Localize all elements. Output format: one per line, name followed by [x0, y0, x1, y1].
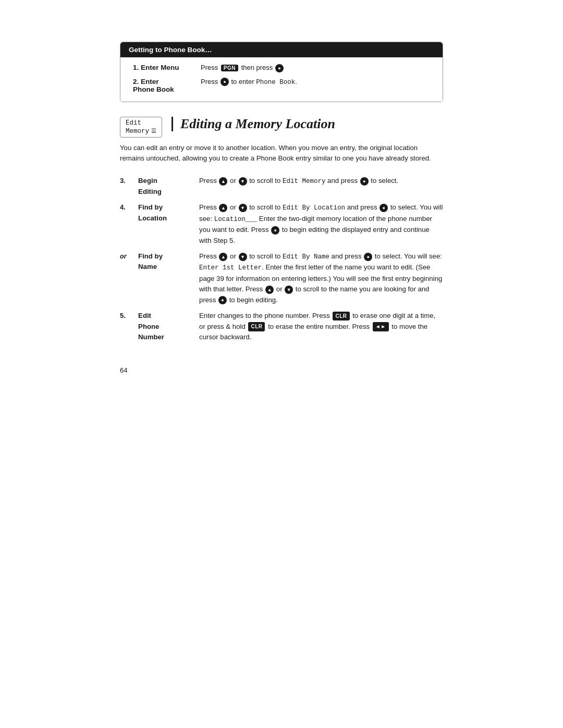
content-area: Getting to Phone Book… 1. Enter Menu Pre…: [120, 42, 443, 374]
up-btn-4a: ▲: [219, 204, 227, 212]
down-btn-4a: ▼: [239, 204, 247, 212]
step-5-desc: Enter changes to the phone number. Press…: [199, 308, 443, 345]
section-intro: You can edit an entry or move it to anot…: [120, 143, 443, 164]
step-or-num: or: [120, 249, 138, 308]
display-box-line1: Edit: [126, 119, 156, 127]
step-4-desc: Press ▲ or ▼ to scroll to Edit By Locati…: [199, 200, 443, 249]
step-2-row: 2. EnterPhone Book Press ● to enter Phon…: [133, 78, 430, 93]
down-btn-or-b: ▼: [285, 286, 293, 294]
back-arrow-icon-5: ◄►: [373, 322, 389, 331]
select-btn-4: ●: [380, 204, 388, 212]
section-title: Editing a Memory Location: [180, 117, 443, 132]
select-circle-1: ●: [275, 64, 284, 72]
step-1-desc: Press PGN then press ●: [201, 64, 284, 72]
step-or-label: Find byName: [138, 249, 199, 308]
up-btn-or-b: ▲: [265, 286, 274, 294]
step-1-row: 1. Enter Menu Press PGN then press ●: [133, 64, 430, 72]
step-3-row: 3. BeginEditing Press ▲ or ▼ to scroll t…: [120, 173, 443, 200]
steps-table: 3. BeginEditing Press ▲ or ▼ to scroll t…: [120, 173, 443, 345]
clr-icon-5a: CLR: [333, 312, 349, 321]
step-or-row: or Find byName Press ▲ or ▼ to scroll to…: [120, 249, 443, 308]
display-box: Edit Memory ☰: [120, 117, 162, 138]
step-4-num: 4.: [120, 200, 138, 249]
step-1-label: 1. Enter Menu: [133, 64, 195, 71]
select-btn-or-b: ●: [218, 296, 227, 304]
step-5-row: 5. EditPhoneNumber Enter changes to the …: [120, 308, 443, 345]
up-btn-or-a: ▲: [219, 253, 227, 261]
phone-book-header-text: Getting to Phone Book…: [129, 46, 212, 54]
step-3-desc: Press ▲ or ▼ to scroll to Edit Memory an…: [199, 173, 443, 200]
title-area: Editing a Memory Location: [172, 117, 443, 132]
step-3-num: 3.: [120, 173, 138, 200]
select-btn-3: ●: [360, 177, 369, 186]
page: Getting to Phone Book… 1. Enter Menu Pre…: [0, 0, 563, 728]
select-btn-or: ●: [364, 253, 372, 261]
section-header-row: Edit Memory ☰ Editing a Memory Location: [120, 117, 443, 138]
phone-book-box: Getting to Phone Book… 1. Enter Menu Pre…: [120, 42, 443, 102]
step-2-desc: Press ● to enter Phone Book.: [201, 78, 297, 87]
select-circle-2: ●: [221, 78, 229, 86]
down-btn-3a: ▼: [239, 177, 247, 186]
step-2-label: 2. EnterPhone Book: [133, 78, 195, 93]
phone-book-header: Getting to Phone Book…: [120, 42, 443, 57]
step-5-num: 5.: [120, 308, 138, 345]
select-btn-4b: ●: [271, 226, 279, 235]
page-number: 64: [120, 366, 127, 374]
down-btn-or-a: ▼: [239, 253, 247, 261]
display-box-menu-icon: ☰: [151, 128, 156, 134]
up-btn-3a: ▲: [219, 177, 227, 186]
step-3-label: BeginEditing: [138, 173, 199, 200]
phone-book-body: 1. Enter Menu Press PGN then press ● 2. …: [120, 57, 443, 102]
step-5-label: EditPhoneNumber: [138, 308, 199, 345]
step-4-label: Find byLocation: [138, 200, 199, 249]
clr-icon-5b: CLR: [248, 322, 265, 331]
step-4-row: 4. Find byLocation Press ▲ or ▼ to scrol…: [120, 200, 443, 249]
step-or-desc: Press ▲ or ▼ to scroll to Edit By Name a…: [199, 249, 443, 308]
display-box-line2: Memory ☰: [126, 128, 156, 135]
pgn-button-icon: PGN: [221, 65, 238, 71]
display-line2-text: Memory: [126, 128, 149, 135]
display-line1-text: Edit: [126, 119, 141, 127]
